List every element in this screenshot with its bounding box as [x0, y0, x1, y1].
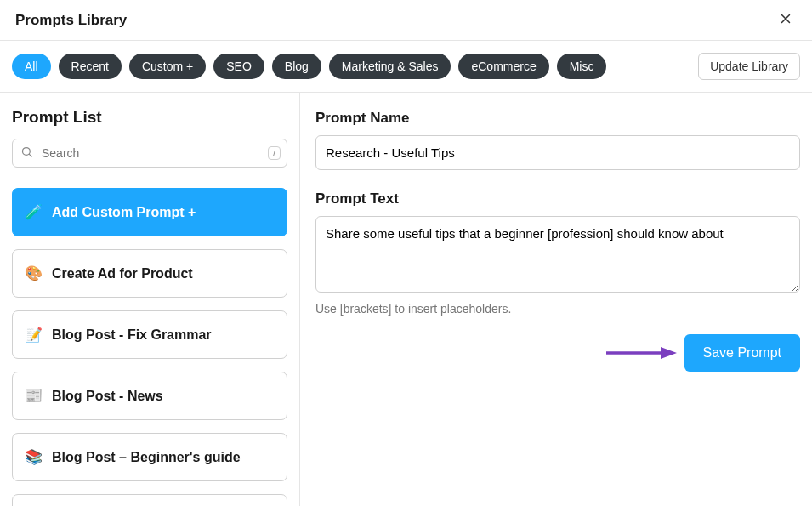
newspaper-icon: 📰 — [25, 387, 42, 405]
svg-marker-5 — [661, 347, 677, 359]
filter-pills: All Recent Custom + SEO Blog Marketing &… — [12, 54, 606, 79]
prompt-text-label: Prompt Text — [315, 190, 800, 208]
save-prompt-button[interactable]: Save Prompt — [684, 334, 800, 372]
filter-pill-all[interactable]: All — [12, 54, 51, 79]
list-item-label: Blog Post – Beginner's guide — [52, 450, 241, 465]
list-item-create-ad[interactable]: 🎨 Create Ad for Product — [12, 249, 287, 298]
search-input[interactable] — [12, 139, 287, 168]
prompt-list-sidebar: Prompt List / 🧪 Add Custom Prompt + 🎨 Cr… — [0, 93, 300, 506]
prompt-text-textarea[interactable] — [315, 216, 800, 293]
filter-pill-blog[interactable]: Blog — [272, 54, 321, 79]
books-icon: 📚 — [25, 448, 42, 466]
close-button[interactable] — [775, 8, 797, 32]
editor-actions: Save Prompt — [315, 334, 800, 372]
filter-pill-marketing[interactable]: Marketing & Sales — [329, 54, 451, 79]
palette-icon: 🎨 — [25, 264, 42, 282]
prompt-list-title: Prompt List — [12, 108, 287, 127]
list-item-fix-grammar[interactable]: 📝 Blog Post - Fix Grammar — [12, 310, 287, 359]
list-item-news[interactable]: 📰 Blog Post - News — [12, 372, 287, 420]
filter-bar: All Recent Custom + SEO Blog Marketing &… — [0, 41, 812, 93]
list-item-label: Create Ad for Product — [52, 266, 193, 281]
slash-shortcut-badge: / — [268, 146, 281, 160]
dialog-title: Prompts Library — [15, 12, 127, 29]
prompt-name-label: Prompt Name — [315, 110, 800, 127]
list-item-label: Add Custom Prompt + — [52, 205, 196, 220]
placeholder-hint: Use [brackets] to insert placeholders. — [315, 302, 800, 316]
main-content: Prompt List / 🧪 Add Custom Prompt + 🎨 Cr… — [0, 93, 812, 506]
list-item-personal-story[interactable]: 💻 Blog Post – Personal story — [12, 494, 287, 506]
arrow-annotation-icon — [605, 345, 677, 361]
search-container: / — [12, 139, 287, 168]
filter-pill-custom[interactable]: Custom + — [129, 54, 206, 79]
list-item-beginners-guide[interactable]: 📚 Blog Post – Beginner's guide — [12, 433, 287, 481]
prompt-name-input[interactable] — [315, 135, 800, 170]
test-tube-icon: 🧪 — [25, 203, 42, 221]
prompt-editor: Prompt Name Prompt Text Use [brackets] t… — [300, 93, 812, 506]
filter-pill-ecommerce[interactable]: eCommerce — [458, 54, 548, 79]
close-icon — [778, 11, 793, 26]
dialog-header: Prompts Library — [0, 0, 812, 41]
filter-pill-misc[interactable]: Misc — [557, 54, 607, 79]
filter-pill-seo[interactable]: SEO — [213, 54, 264, 79]
search-icon — [20, 145, 33, 161]
list-item-label: Blog Post - Fix Grammar — [52, 327, 212, 343]
list-item-add-custom[interactable]: 🧪 Add Custom Prompt + — [12, 188, 287, 236]
update-library-button[interactable]: Update Library — [698, 53, 800, 80]
list-item-label: Blog Post - News — [52, 389, 163, 404]
filter-pill-recent[interactable]: Recent — [59, 54, 122, 79]
memo-icon: 📝 — [25, 326, 42, 344]
svg-line-3 — [29, 154, 31, 156]
svg-point-2 — [23, 148, 31, 156]
